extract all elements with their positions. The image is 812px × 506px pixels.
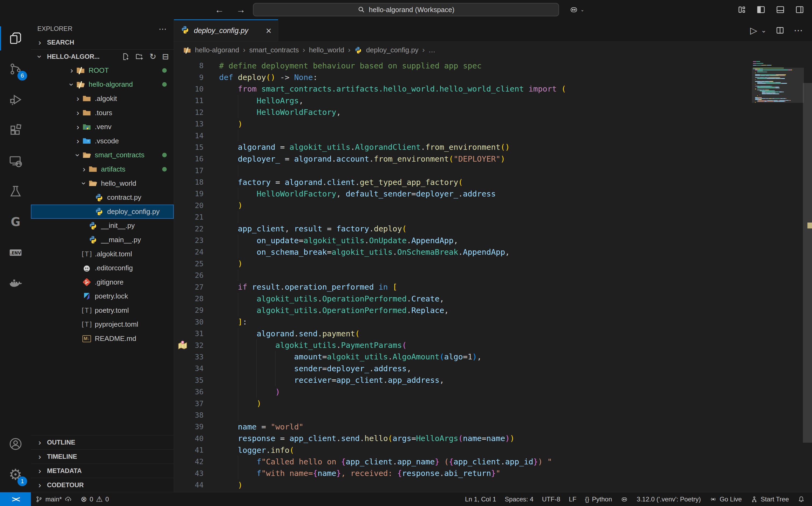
- problems-item[interactable]: ⊗ 0 ⚠ 0: [76, 492, 113, 506]
- forward-arrow-icon[interactable]: →: [236, 5, 245, 15]
- code-line[interactable]: 28 algokit_utils.OperationPerformed.Crea…: [174, 293, 812, 305]
- code-line[interactable]: 18 factory = algorand.client.get_typed_a…: [174, 176, 812, 188]
- tree-item-.gitignore[interactable]: .gitignore: [31, 275, 174, 289]
- cursor-position[interactable]: Ln 1, Col 1: [461, 492, 500, 506]
- explorer-more-icon[interactable]: ⋯: [159, 24, 167, 33]
- copilot-menu[interactable]: ⌄: [569, 5, 584, 14]
- code-line[interactable]: 42 f"Called hello on {app_client.app_nam…: [174, 456, 812, 467]
- editor-scrollbar[interactable]: [803, 58, 812, 492]
- remote-indicator[interactable]: ><: [0, 492, 31, 506]
- code-line[interactable]: 25 ): [174, 258, 812, 269]
- run-debug-icon[interactable]: [0, 84, 31, 115]
- run-options-chevron-icon[interactable]: ⌄: [761, 26, 766, 34]
- explorer-icon[interactable]: [0, 23, 31, 54]
- tree-item-contract.py[interactable]: contract.py: [31, 190, 174, 204]
- tree-item-hello_world[interactable]: ›hello_world: [31, 176, 174, 191]
- code-line[interactable]: 44 ): [174, 479, 812, 491]
- branch-item[interactable]: main*: [31, 492, 76, 506]
- scrollbar-thumb[interactable]: [803, 83, 812, 443]
- code-line[interactable]: 39 name = "world": [174, 421, 812, 432]
- eol[interactable]: LF: [565, 492, 581, 506]
- codetour-map-icon[interactable]: [177, 340, 188, 351]
- code-line[interactable]: 9def deploy() -> None:: [174, 71, 812, 83]
- tree-item-pyproject.toml[interactable]: [T]pyproject.toml: [31, 318, 174, 332]
- code-line[interactable]: 33 amount=algokit_utils.AlgoAmount(algo=…: [174, 351, 812, 363]
- source-control-icon[interactable]: 6: [0, 54, 31, 84]
- language-mode[interactable]: {} Python: [581, 492, 617, 506]
- tree-item-smart_contracts[interactable]: ›smart_contracts: [31, 148, 174, 162]
- code-line[interactable]: 37 ): [174, 398, 812, 409]
- code-line[interactable]: 34 sender=deployer_.address,: [174, 363, 812, 374]
- section-outline[interactable]: ›OUTLINE: [31, 435, 174, 449]
- code-editor[interactable]: 8# define deployment behaviour based on …: [174, 58, 812, 492]
- customize-layout-icon[interactable]: [737, 5, 746, 14]
- code-line[interactable]: 26: [174, 269, 812, 281]
- editor-more-actions-icon[interactable]: ⋯: [794, 25, 803, 36]
- code-line[interactable]: 21: [174, 211, 812, 223]
- code-line[interactable]: 13 ): [174, 118, 812, 130]
- code-line[interactable]: 29 algokit_utils.OperationPerformed.Repl…: [174, 305, 812, 316]
- tree-item-ROOT[interactable]: ›ROOT: [31, 63, 174, 78]
- tree-item-.algokit[interactable]: ›.algokit: [31, 92, 174, 106]
- copilot-status[interactable]: [616, 492, 632, 506]
- python-interpreter[interactable]: 3.12.0 ('.venv': Poetry): [632, 492, 705, 506]
- code-line[interactable]: 19 HelloWorldFactory, default_sender=dep…: [174, 188, 812, 199]
- tree-item-README.md[interactable]: M↓README.md: [31, 332, 174, 346]
- collapse-all-icon[interactable]: ⊟: [162, 52, 169, 61]
- notifications[interactable]: [793, 492, 809, 506]
- code-line[interactable]: 32 algokit_utils.PaymentParams(: [174, 339, 812, 351]
- remote-explorer-icon[interactable]: [0, 146, 31, 176]
- extensions-icon[interactable]: [0, 115, 31, 146]
- settings-gear-icon[interactable]: ⚙ 1: [0, 459, 31, 490]
- code-line[interactable]: 24 on_schema_break=algokit_utils.OnSchem…: [174, 246, 812, 258]
- test-beaker-icon[interactable]: [0, 176, 31, 207]
- section-codetour[interactable]: ›CODETOUR: [31, 478, 174, 492]
- code-line[interactable]: 35 receiver=app_client.app_address,: [174, 374, 812, 386]
- code-line[interactable]: 41 logger.info(: [174, 444, 812, 456]
- tree-item-deploy_config.py[interactable]: deploy_config.py: [31, 204, 174, 219]
- code-line[interactable]: 14: [174, 130, 812, 141]
- code-line[interactable]: 43 f"with name={name}, received: {respon…: [174, 468, 812, 479]
- back-arrow-icon[interactable]: ←: [215, 5, 224, 15]
- split-editor-icon[interactable]: [776, 26, 785, 35]
- breadcrumb-item[interactable]: smart_contracts: [249, 46, 299, 54]
- run-python-file-icon[interactable]: ▷: [750, 25, 757, 36]
- code-line[interactable]: 30 ]:: [174, 316, 812, 328]
- section-timeline[interactable]: ›TIMELINE: [31, 449, 174, 463]
- workspace-section-header[interactable]: › HELLO-ALGOR... ↻ ⊟: [31, 50, 174, 63]
- tree-item-.algokit.toml[interactable]: [T].algokit.toml: [31, 247, 174, 261]
- code-line[interactable]: 36 ): [174, 386, 812, 398]
- tree-item-poetry.toml[interactable]: [T]poetry.toml: [31, 303, 174, 318]
- breadcrumb-item[interactable]: hello_world: [309, 46, 344, 54]
- code-line[interactable]: 10 from smart_contracts.artifacts.hello_…: [174, 83, 812, 95]
- code-line[interactable]: 8# define deployment behaviour based on …: [174, 60, 812, 71]
- toggle-primary-sidebar-icon[interactable]: [756, 5, 766, 14]
- breadcrumb-item[interactable]: deploy_config.py: [366, 46, 418, 54]
- indentation[interactable]: Spaces: 4: [500, 492, 538, 506]
- close-icon[interactable]: ×: [266, 25, 271, 36]
- toggle-secondary-sidebar-icon[interactable]: [795, 5, 805, 14]
- new-file-icon[interactable]: [121, 53, 130, 61]
- tree-item-hello-algorand[interactable]: ›hello-algorand: [31, 78, 174, 92]
- code-line[interactable]: 38: [174, 409, 812, 421]
- minimap-viewport[interactable]: [752, 68, 804, 103]
- tree-item-.vscode[interactable]: ›.vscode: [31, 134, 174, 148]
- tree-item-.venv[interactable]: ›.venv: [31, 120, 174, 134]
- code-line[interactable]: 17: [174, 165, 812, 176]
- code-line[interactable]: 12 HelloWorldFactory,: [174, 106, 812, 118]
- dotenv-icon[interactable]: .ENV: [0, 237, 31, 268]
- accounts-icon[interactable]: [0, 429, 31, 459]
- tree-item-__init__.py[interactable]: __init__.py: [31, 219, 174, 233]
- tree-item-poetry.lock[interactable]: poetry.lock: [31, 289, 174, 304]
- breadcrumb-item[interactable]: hello-algorand: [195, 46, 239, 54]
- section-metadata[interactable]: ›METADATA: [31, 463, 174, 478]
- section-search[interactable]: › SEARCH: [31, 35, 174, 50]
- new-folder-icon[interactable]: [136, 53, 144, 61]
- go-live[interactable]: Go Live: [705, 492, 746, 506]
- tab-deploy-config[interactable]: deploy_config.py ×: [174, 19, 278, 41]
- code-line[interactable]: 23 on_update=algokit_utils.OnUpdate.Appe…: [174, 235, 812, 246]
- code-line[interactable]: 11 HelloArgs,: [174, 95, 812, 106]
- toggle-panel-icon[interactable]: [776, 5, 785, 14]
- code-line[interactable]: 27 if result.operation_performed in [: [174, 281, 812, 292]
- tree-item-.tours[interactable]: ›.tours: [31, 106, 174, 120]
